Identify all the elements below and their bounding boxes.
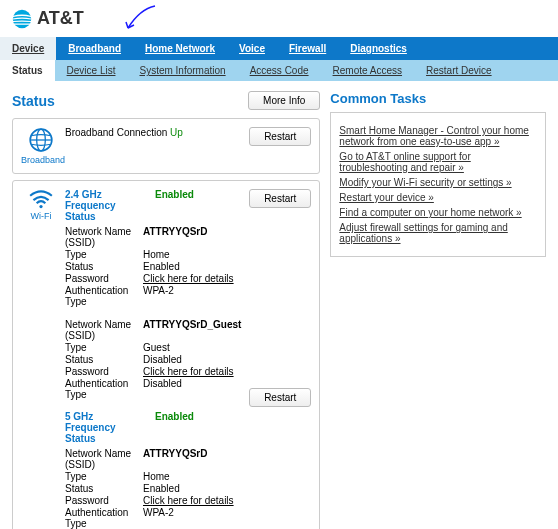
common-tasks-box: Smart Home Manager - Control your home n… xyxy=(330,112,546,257)
lbl-type: Type xyxy=(65,249,143,260)
broadband-icon-label: Broadband xyxy=(21,155,61,165)
band-24-title: 2.4 GHz Frequency Status xyxy=(65,189,125,222)
lbl-status: Status xyxy=(65,483,143,494)
band-24-net1-password-link[interactable]: Click here for details xyxy=(143,366,234,377)
svg-point-4 xyxy=(39,205,42,208)
band-24-net0-password-link[interactable]: Click here for details xyxy=(143,273,234,284)
link-restart-device[interactable]: Restart your device » xyxy=(339,192,537,203)
globe-icon xyxy=(28,127,54,153)
band-24-net0-type: Home xyxy=(143,249,170,260)
link-modify-wifi[interactable]: Modify your Wi-Fi security or settings » xyxy=(339,177,537,188)
tab-home-network[interactable]: Home Network xyxy=(133,37,227,60)
lbl-status: Status xyxy=(65,354,143,365)
wifi-body: 2.4 GHz Frequency Status Enabled Network… xyxy=(61,189,241,529)
broadband-connection-label: Broadband Connection xyxy=(65,127,167,138)
wifi-panel: Wi-Fi 2.4 GHz Frequency Status Enabled N… xyxy=(12,180,320,529)
logo-bar: AT&T xyxy=(0,0,558,37)
subtab-device-list[interactable]: Device List xyxy=(55,60,128,81)
band-24-net1-auth: Disabled xyxy=(143,378,182,400)
band-24-header: 2.4 GHz Frequency Status Enabled xyxy=(65,189,241,222)
brand-logo: AT&T xyxy=(12,8,546,29)
content-area: Status More Info Broadband Broadband Con… xyxy=(0,81,558,529)
tab-diagnostics[interactable]: Diagnostics xyxy=(338,37,419,60)
lbl-type: Type xyxy=(65,471,143,482)
lbl-ssid: Network Name (SSID) xyxy=(65,226,143,248)
left-column: Status More Info Broadband Broadband Con… xyxy=(12,91,320,529)
wifi-icon-label: Wi-Fi xyxy=(21,211,61,221)
wifi-24-restart-button[interactable]: Restart xyxy=(249,189,311,208)
primary-tabs: Device Broadband Home Network Voice Fire… xyxy=(0,37,558,60)
lbl-ssid: Network Name (SSID) xyxy=(65,448,143,470)
more-info-button[interactable]: More Info xyxy=(248,91,320,110)
subtab-restart-device[interactable]: Restart Device xyxy=(414,60,504,81)
band-5-net0-type: Home xyxy=(143,471,170,482)
band-5-net0-ssid: ATTRYYQSrD xyxy=(143,448,207,470)
common-tasks: Common Tasks Smart Home Manager - Contro… xyxy=(330,91,546,257)
lbl-auth: Authentication Type xyxy=(65,507,143,529)
band-5-net0-password-link[interactable]: Click here for details xyxy=(143,495,234,506)
band-24-net1-type: Guest xyxy=(143,342,170,353)
wifi-icon-col: Wi-Fi xyxy=(21,189,61,221)
lbl-auth: Authentication Type xyxy=(65,285,143,307)
band-24-net0-auth: WPA-2 xyxy=(143,285,174,307)
brand-text: AT&T xyxy=(37,8,84,29)
broadband-restart-button[interactable]: Restart xyxy=(249,127,311,146)
tab-broadband[interactable]: Broadband xyxy=(56,37,133,60)
band-24-net1-status: Disabled xyxy=(143,354,182,365)
lbl-auth: Authentication Type xyxy=(65,378,143,400)
lbl-password: Password xyxy=(65,495,143,506)
wifi-5-restart-button[interactable]: Restart xyxy=(249,388,311,407)
band-24-net1-ssid: ATTRYYQSrD_Guest xyxy=(143,319,241,341)
att-globe-icon xyxy=(12,9,32,29)
wifi-restart-col: Restart Restart xyxy=(241,189,311,407)
secondary-tabs: Status Device List System Information Ac… xyxy=(0,60,558,81)
link-find-computer[interactable]: Find a computer on your home network » xyxy=(339,207,537,218)
band-5-state: Enabled xyxy=(155,411,194,422)
subtab-remote-access[interactable]: Remote Access xyxy=(321,60,414,81)
broadband-icon-col: Broadband xyxy=(21,127,61,165)
broadband-panel: Broadband Broadband Connection Up Restar… xyxy=(12,118,320,174)
link-online-support[interactable]: Go to AT&T online support for troublesho… xyxy=(339,151,537,173)
status-header: Status More Info xyxy=(12,91,320,110)
subtab-system-information[interactable]: System Information xyxy=(127,60,237,81)
band-5-net0-auth: WPA-2 xyxy=(143,507,174,529)
page-title: Status xyxy=(12,93,55,109)
band-5-header: 5 GHz Frequency Status Enabled xyxy=(65,411,241,444)
subtab-access-code[interactable]: Access Code xyxy=(238,60,321,81)
subtab-status[interactable]: Status xyxy=(0,60,55,81)
lbl-status: Status xyxy=(65,261,143,272)
band-24-state: Enabled xyxy=(155,189,194,200)
wifi-icon xyxy=(28,189,54,209)
link-adjust-firewall[interactable]: Adjust firewall settings for gaming and … xyxy=(339,222,537,244)
link-smart-home-manager[interactable]: Smart Home Manager - Control your home n… xyxy=(339,125,537,147)
annotation-arrow xyxy=(120,4,160,34)
tab-voice[interactable]: Voice xyxy=(227,37,277,60)
lbl-password: Password xyxy=(65,366,143,377)
band-5-net0-status: Enabled xyxy=(143,483,180,494)
common-tasks-title: Common Tasks xyxy=(330,91,546,106)
broadband-state: Up xyxy=(170,127,183,138)
tab-device[interactable]: Device xyxy=(0,37,56,60)
tab-firewall[interactable]: Firewall xyxy=(277,37,338,60)
lbl-type: Type xyxy=(65,342,143,353)
band-24-net0-status: Enabled xyxy=(143,261,180,272)
band-5-title: 5 GHz Frequency Status xyxy=(65,411,125,444)
lbl-ssid: Network Name (SSID) xyxy=(65,319,143,341)
band-24-net0-ssid: ATTRYYQSrD xyxy=(143,226,207,248)
lbl-password: Password xyxy=(65,273,143,284)
